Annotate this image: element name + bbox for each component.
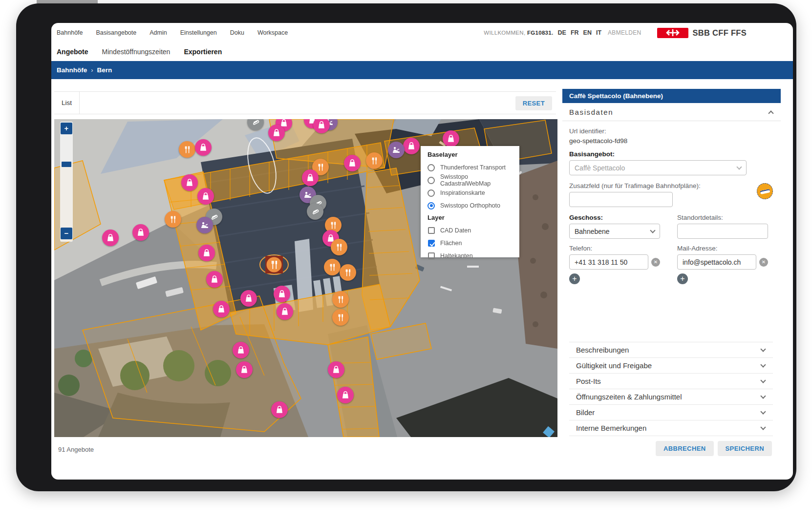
accordion-bilder[interactable]: Bilder	[569, 405, 773, 420]
nav-workspace[interactable]: Workspace	[257, 29, 288, 36]
nav-admin[interactable]: Admin	[150, 29, 167, 36]
cancel-button[interactable]: ABBRECHEN	[656, 441, 714, 456]
map-marker-bag[interactable]	[236, 361, 253, 378]
standortdetails-input[interactable]	[677, 224, 768, 239]
section-basisdaten[interactable]: Basisdaten	[562, 103, 781, 121]
accordion-beschreibungen[interactable]: Beschreibungen	[569, 342, 773, 358]
standortdetails-label: Standortdetails:	[677, 214, 768, 221]
layer-option-1[interactable]: Flächen	[427, 237, 519, 250]
telefon-label: Telefon:	[569, 245, 660, 252]
url-identifier-label: Url identifier:	[569, 127, 773, 135]
nav-doku[interactable]: Doku	[230, 29, 244, 36]
brand-text: SBB CFF FFS	[692, 28, 747, 38]
add-mail-button[interactable]: +	[677, 273, 688, 284]
chevron-down-icon	[760, 362, 766, 367]
map-marker-bag[interactable]	[195, 139, 212, 156]
map-marker-bag[interactable]	[213, 301, 230, 317]
map-marker-bag[interactable]	[102, 230, 119, 246]
reset-button[interactable]: RESET	[515, 96, 552, 110]
baselayer-title: Baselayer	[427, 151, 519, 158]
map-marker-bag[interactable]	[274, 286, 290, 302]
sbb-brand: SBB CFF FFS	[657, 28, 747, 38]
lang-fr[interactable]: FR	[571, 29, 579, 36]
basisangebot-label: Basisangebot:	[569, 150, 773, 158]
nav-bahnhoefe[interactable]: Bahnhöfe	[57, 29, 83, 36]
baselayer-option-2[interactable]: Inspirationskarte	[427, 187, 519, 199]
map-marker-bag[interactable]	[268, 125, 285, 141]
map-marker-bag[interactable]	[277, 303, 293, 320]
map-marker-bag[interactable]	[240, 290, 257, 307]
lang-de[interactable]: DE	[558, 29, 566, 36]
checkbox-icon	[428, 227, 435, 234]
zoom-out-button[interactable]: −	[61, 228, 72, 239]
clear-telefon-icon[interactable]: ✕	[651, 258, 660, 267]
tablet-frame: Bahnhöfe Basisangebote Admin Einstellung…	[16, 3, 796, 491]
zoom-in-button[interactable]: +	[61, 123, 72, 134]
nav-einstellungen[interactable]: Einstellungen	[180, 29, 217, 36]
logout-link[interactable]: ABMELDEN	[608, 29, 641, 36]
zusatzfeld-input[interactable]	[569, 192, 673, 207]
baselayer-option-1[interactable]: Swisstopo CadastralWebMap	[427, 174, 519, 187]
lang-it[interactable]: IT	[596, 29, 601, 36]
telefon-input[interactable]	[569, 254, 648, 270]
checkbox-icon	[428, 252, 435, 259]
zoom-slider-handle[interactable]	[62, 162, 71, 167]
map-marker-bag[interactable]	[206, 271, 223, 288]
accordion-list: Beschreibungen Gültigkeit und Freigabe P…	[569, 342, 773, 436]
baselayer-option-0[interactable]: Thunderforest Transport	[427, 161, 519, 174]
map-marker-bag[interactable]	[328, 361, 344, 378]
nav-basisangebote[interactable]: Basisangebote	[96, 29, 137, 36]
map-marker-restaurant[interactable]	[165, 211, 181, 228]
map-marker-restaurant[interactable]	[332, 291, 349, 308]
sbb-logo-icon	[657, 28, 688, 38]
map-marker-bag[interactable]	[271, 401, 288, 418]
accordion-interne-bemerkungen[interactable]: Interne Bemerkungen	[569, 420, 773, 436]
tab-mindestoeffnungszeiten[interactable]: Mindestöffnungszeiten	[102, 48, 171, 56]
layer-option-2[interactable]: Haltekanten	[427, 250, 519, 262]
map-marker-restaurant[interactable]	[179, 141, 195, 158]
layer-option-0[interactable]: CAD Daten	[427, 224, 519, 237]
map-marker-bag[interactable]	[197, 188, 214, 205]
accordion-postits[interactable]: Post-Its	[569, 374, 773, 389]
mail-input[interactable]	[677, 254, 756, 270]
map-marker-bag[interactable]	[403, 138, 420, 154]
map-marker-restaurant[interactable]	[332, 309, 349, 326]
map-marker-bag[interactable]	[233, 342, 249, 358]
app-screen: Bahnhöfe Basisangebote Admin Einstellung…	[51, 23, 793, 480]
map-marker-service[interactable]	[196, 217, 213, 233]
map-marker-bag[interactable]	[337, 387, 354, 403]
breadcrumb: Bahnhöfe › Bern	[51, 61, 793, 79]
breadcrumb-bahnhoefe[interactable]: Bahnhöfe	[57, 66, 87, 74]
map-marker-bag[interactable]	[302, 169, 319, 186]
map-zoom-control: + −	[60, 122, 73, 242]
geschoss-select[interactable]: Bahnebene	[569, 224, 660, 239]
accordion-gueltigkeit[interactable]: Gültigkeit und Freigabe	[569, 358, 773, 374]
map-marker-bag[interactable]	[344, 155, 361, 171]
map-marker-service[interactable]	[388, 142, 405, 158]
radio-icon	[427, 202, 435, 209]
tab-angebote[interactable]: Angebote	[57, 48, 88, 56]
chevron-down-icon	[760, 424, 766, 430]
baselayer-option-3[interactable]: Swisstopo Orthophoto	[427, 199, 519, 212]
welcome-text: WILLKOMMEN, FG10831.	[484, 30, 553, 36]
map-marker-restaurant[interactable]	[324, 259, 341, 275]
clear-mail-icon[interactable]: ✕	[759, 258, 768, 267]
basisangebot-select[interactable]: Caffè Spettacolo	[569, 160, 747, 175]
map-marker-bag[interactable]	[181, 174, 198, 191]
tab-exportieren[interactable]: Exportieren	[184, 48, 222, 56]
map[interactable]: + − Baselayer Thunderforest Transport Sw…	[54, 119, 557, 437]
map-marker-bag[interactable]	[198, 245, 215, 261]
save-button[interactable]: SPEICHERN	[718, 441, 772, 456]
lang-en[interactable]: EN	[583, 29, 592, 36]
list-tab[interactable]: List	[54, 92, 80, 114]
map-marker-bag[interactable]	[132, 224, 149, 241]
map-marker-restaurant[interactable]	[331, 239, 347, 255]
add-telefon-button[interactable]: +	[569, 273, 580, 284]
map-marker-restaurant[interactable]	[366, 152, 383, 169]
map-marker-selected[interactable]	[259, 252, 289, 277]
map-marker-clip[interactable]	[307, 203, 323, 220]
chevron-down-icon	[650, 228, 655, 233]
map-marker-bag[interactable]	[443, 130, 459, 147]
map-marker-restaurant[interactable]	[340, 264, 356, 281]
accordion-oeffnungszeiten[interactable]: Öffnungszeiten & Zahlungsmittel	[569, 389, 773, 405]
